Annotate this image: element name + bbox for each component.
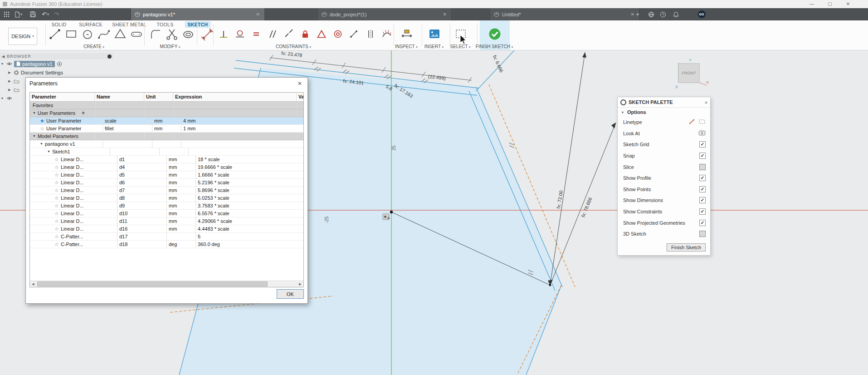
new-tab-button[interactable]: + (633, 8, 642, 20)
ok-button[interactable]: OK (277, 289, 304, 299)
parameter-row[interactable]: Favorites (30, 102, 303, 109)
workspace-selector[interactable]: DESIGN ▾ (8, 28, 37, 45)
browser-root-row[interactable]: ▼ pantagono v1 (0, 59, 113, 68)
expand-arrow-icon[interactable]: ▼ (33, 109, 36, 117)
palette-collapse-icon[interactable]: » (705, 99, 707, 105)
sketch-palette-header[interactable]: SKETCH PALETTE » (618, 97, 710, 108)
checkbox[interactable] (699, 231, 706, 237)
spline-tool-icon[interactable] (96, 26, 112, 42)
parameter-row[interactable]: ☆Linear D...d6mm5.2196 * scale20.878 (30, 179, 303, 187)
undo-icon[interactable]: ↶ ▾ (40, 8, 51, 20)
column-header[interactable]: Value (297, 93, 303, 101)
parameter-row[interactable]: ▼Sketch1 (30, 148, 303, 156)
vertex-point[interactable] (549, 284, 551, 286)
linetype-icons[interactable] (688, 118, 706, 126)
expand-arrow-icon[interactable]: ▼ (40, 140, 43, 148)
document-tab[interactable]: pantagono v1* ✕ (131, 8, 265, 20)
browser-item-document-settings[interactable]: ▶ Document Settings (0, 68, 113, 77)
favorite-star-icon[interactable]: ☆ (54, 164, 59, 170)
palette-item[interactable]: Linetype (618, 117, 710, 128)
palette-item[interactable]: Show Projected Geometries✓ (618, 217, 710, 228)
slot-tool-icon[interactable] (129, 26, 144, 42)
scroll-left-icon[interactable]: ◀ (30, 281, 36, 287)
dialog-titlebar[interactable]: Parameters ✕ (26, 78, 307, 89)
viewcube-front-face[interactable]: FRONT (682, 71, 696, 75)
fix-constraint-icon[interactable] (297, 26, 313, 42)
finish-sketch-icon[interactable] (487, 26, 502, 42)
document-tab[interactable]: dode_project*(1) ✕ (317, 8, 452, 20)
tangent-constraint-icon[interactable] (232, 26, 248, 42)
collapse-arrow-icon[interactable]: ▶ (7, 79, 12, 83)
tab-close-icon[interactable]: ✕ (442, 11, 448, 18)
expand-arrow-icon[interactable]: ▼ (47, 148, 50, 155)
group-create[interactable]: CREATE ▾ (83, 44, 104, 49)
column-header[interactable]: Expression (173, 93, 297, 101)
extensions-icon[interactable] (647, 8, 656, 20)
scrollbar-thumb[interactable] (37, 281, 268, 286)
favorite-star-icon[interactable]: ☆ (54, 172, 59, 178)
palette-item[interactable]: 3D Sketch (618, 228, 710, 240)
favorite-star-icon[interactable]: ☆ (40, 125, 44, 132)
palette-item[interactable]: Show Constraints✓ (618, 206, 710, 217)
column-header[interactable]: Parameter (30, 93, 95, 101)
parameter-row[interactable]: ☆Linear D...d16mm4.4483 * scale17.793 (30, 225, 303, 233)
file-menu-icon[interactable]: ▾ (13, 8, 24, 20)
fillet-tool-icon[interactable] (148, 26, 163, 42)
parameter-row[interactable]: ☆Linear D...d9mm3.7583 * scale15.033 (30, 202, 303, 210)
polygon-tool-icon[interactable] (112, 26, 128, 42)
parameter-row[interactable]: ☆Linear D...d11mm4.29066 * scale17.163 (30, 217, 303, 225)
history-clock-icon[interactable] (658, 8, 668, 20)
sketch-dimension-icon[interactable] (200, 26, 215, 42)
tab-close-icon[interactable]: ✕ (255, 11, 261, 18)
minimize-button[interactable]: — (803, 0, 821, 8)
checkbox[interactable] (699, 164, 706, 170)
origin-point[interactable] (390, 211, 393, 213)
group-insert[interactable]: INSERT ▾ (424, 44, 444, 49)
group-inspect[interactable]: INSPECT ▾ (395, 44, 417, 49)
favorite-star-icon[interactable]: ☆ (54, 187, 59, 193)
parameter-row[interactable]: ☆Linear D...d10mm6.5576 * scale26.23 (30, 210, 303, 217)
browser-root-item[interactable]: pantagono v1 (14, 61, 55, 67)
group-finish-sketch[interactable]: FINISH SKETCH ▾ (476, 44, 513, 49)
column-header[interactable]: Name (95, 93, 144, 101)
scroll-right-icon[interactable]: ▶ (297, 281, 303, 287)
favorite-star-icon[interactable]: ☆ (54, 210, 59, 217)
rectangle-tool-icon[interactable] (63, 26, 79, 42)
maximize-button[interactable]: ▢ (821, 0, 839, 8)
parameter-row[interactable]: ☆C-Patter...d1755 (30, 233, 303, 241)
parallel-constraint-icon[interactable] (265, 26, 280, 42)
horizontal-scrollbar[interactable]: ◀ ▶ (30, 281, 303, 287)
app-grid-icon[interactable] (2, 8, 11, 20)
view-cube[interactable]: FRONT Y X Z (671, 57, 709, 90)
coincident-constraint-icon[interactable] (346, 26, 362, 42)
checkbox[interactable]: ✓ (699, 197, 706, 203)
checkbox[interactable]: ✓ (699, 208, 706, 215)
palette-item[interactable]: Slice (618, 161, 710, 173)
notifications-bell-icon[interactable] (671, 8, 680, 20)
collapse-arrow-icon[interactable]: ▶ (7, 88, 12, 92)
add-parameter-icon[interactable]: + (82, 109, 85, 117)
collapse-left-icon[interactable]: ◀ (2, 54, 5, 59)
favorite-star-icon[interactable]: ☆ (54, 195, 59, 201)
concentric-constraint-icon[interactable] (330, 26, 346, 42)
activate-radio-icon[interactable] (57, 61, 62, 67)
browser-options-icon[interactable] (107, 54, 112, 59)
redo-icon[interactable]: ↷ (53, 8, 61, 20)
checkbox[interactable]: ✓ (699, 141, 706, 148)
offset-tool-icon[interactable] (180, 26, 196, 42)
parameter-row[interactable]: ★User Parameterscalemm4 mm4.00 (30, 117, 303, 125)
line-tool-icon[interactable] (47, 26, 63, 42)
parameter-row[interactable]: ☆Linear D...d1mm18 * scale72.00 (30, 156, 303, 163)
checkbox[interactable]: ✓ (699, 220, 706, 226)
collinear-constraint-icon[interactable] (281, 26, 297, 42)
look-at-icon[interactable] (698, 130, 706, 137)
document-tab[interactable]: Untitled* ✕ (490, 8, 639, 20)
perpendicular-constraint-icon[interactable] (216, 26, 231, 42)
palette-item[interactable]: Show Dimensions✓ (618, 195, 710, 206)
favorite-star-icon[interactable]: ★ (40, 118, 44, 124)
visibility-eye-icon[interactable] (6, 96, 12, 100)
favorite-star-icon[interactable]: ☆ (54, 226, 59, 232)
favorite-star-icon[interactable]: ☆ (54, 179, 59, 186)
favorite-star-icon[interactable]: ☆ (54, 202, 59, 209)
group-modify[interactable]: MODIFY ▾ (160, 44, 180, 49)
